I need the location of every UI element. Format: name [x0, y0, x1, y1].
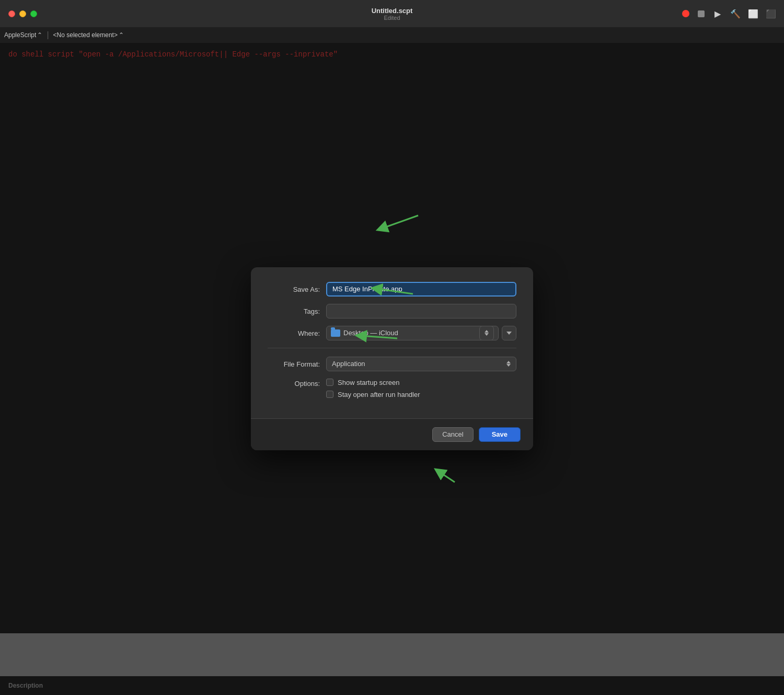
dialog-body: Save As: Tags: Where: Desktop: [251, 267, 533, 418]
where-stepper[interactable]: [479, 326, 494, 340]
applescript-selector[interactable]: AppleScript ⌃: [4, 31, 42, 39]
maximize-button[interactable]: [30, 10, 37, 17]
options-group: Show startup screen Stay open after run …: [326, 379, 420, 398]
tags-input[interactable]: [326, 304, 516, 318]
stop-button[interactable]: [698, 10, 705, 17]
where-value: Desktop — iCloud: [343, 329, 398, 337]
format-stepper-up-icon: [506, 361, 511, 363]
element-chevron: ⌃: [119, 31, 124, 39]
minimize-button[interactable]: [19, 10, 26, 17]
where-select-inner: Desktop — iCloud: [331, 329, 398, 337]
save-button[interactable]: Save: [479, 427, 521, 442]
save-dialog: Save As: Tags: Where: Desktop: [251, 267, 533, 450]
stay-open-row: Stay open after run handler: [326, 391, 420, 398]
window-subtitle: Edited: [372, 15, 413, 21]
stay-open-label: Stay open after run handler: [338, 391, 420, 398]
file-format-label: File Format:: [268, 359, 320, 368]
show-startup-checkbox[interactable]: [326, 379, 333, 386]
options-row: Options: Show startup screen Stay open a…: [268, 379, 516, 398]
toolbar-icons: ▶ 🔨 ⬜ ⬛: [682, 9, 776, 18]
stay-open-checkbox[interactable]: [326, 391, 333, 398]
expand-button[interactable]: [502, 326, 516, 340]
save-as-input[interactable]: [326, 282, 516, 297]
save-as-label: Save As:: [268, 284, 320, 293]
options-label: Options:: [268, 379, 320, 388]
svg-line-0: [382, 215, 418, 229]
traffic-lights: [8, 10, 37, 17]
record-button[interactable]: [682, 10, 689, 17]
element-selector[interactable]: <No selected element> ⌃: [53, 31, 124, 39]
chevron-down-icon: [506, 332, 512, 335]
modal-overlay: Save As: Tags: Where: Desktop: [0, 43, 784, 695]
title-info: Untitled.scpt Edited: [372, 7, 413, 21]
svg-line-3: [439, 472, 455, 482]
file-format-value: Application: [332, 360, 365, 368]
folder-icon: [331, 329, 340, 337]
format-stepper-down-icon: [506, 364, 511, 367]
show-startup-label: Show startup screen: [338, 379, 400, 386]
title-bar: Untitled.scpt Edited ▶ 🔨 ⬜ ⬛: [0, 0, 784, 27]
compile-button[interactable]: 🔨: [731, 9, 740, 18]
tags-row: Tags:: [268, 304, 516, 318]
window-title: Untitled.scpt: [372, 7, 413, 15]
divider: [268, 348, 516, 348]
stepper-up-icon: [485, 330, 489, 333]
where-label: Where:: [268, 328, 320, 337]
cancel-button[interactable]: Cancel: [432, 427, 473, 442]
tags-label: Tags:: [268, 306, 320, 315]
where-selector[interactable]: Desktop — iCloud: [326, 326, 499, 340]
where-row: Where: Desktop — iCloud: [268, 326, 516, 340]
format-stepper: [506, 361, 511, 367]
dialog-footer: Cancel Save: [251, 418, 533, 450]
element-label: <No selected element>: [53, 31, 118, 39]
file-format-row: File Format: Application: [268, 357, 516, 371]
separator: |: [47, 30, 49, 40]
where-container: Desktop — iCloud: [326, 326, 516, 340]
close-button[interactable]: [8, 10, 15, 17]
file-format-selector[interactable]: Application: [326, 357, 516, 371]
toolbar-secondary: AppleScript ⌃ | <No selected element> ⌃: [0, 27, 784, 43]
play-button[interactable]: ▶: [713, 9, 722, 18]
applescript-label: AppleScript: [4, 31, 36, 39]
layout-button1[interactable]: ⬜: [748, 9, 758, 18]
save-as-row: Save As:: [268, 282, 516, 297]
stepper-down-icon: [485, 333, 489, 336]
show-startup-row: Show startup screen: [326, 379, 420, 386]
applescript-chevron: ⌃: [37, 31, 42, 39]
layout-button2[interactable]: ⬛: [766, 9, 776, 18]
